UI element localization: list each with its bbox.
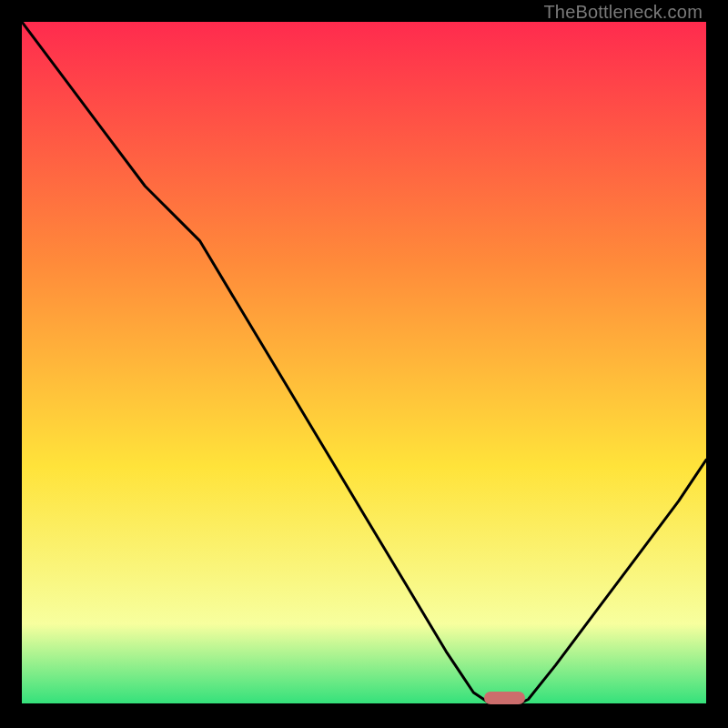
chart-frame	[22, 22, 706, 706]
optimal-marker	[484, 692, 525, 704]
x-axis-line	[22, 703, 706, 706]
watermark-text: TheBottleneck.com	[543, 2, 703, 23]
chart-canvas	[22, 22, 706, 706]
